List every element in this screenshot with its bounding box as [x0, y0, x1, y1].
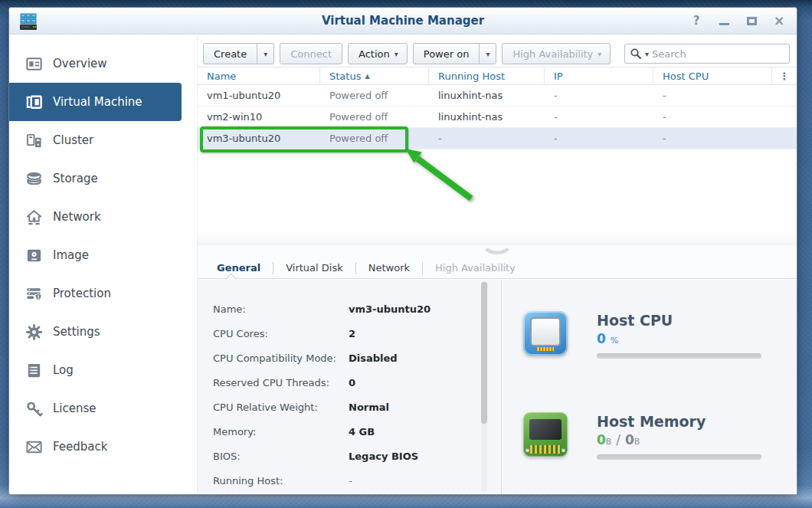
sidebar-item-network[interactable]: Network: [9, 198, 197, 236]
tab-virtual-disk[interactable]: Virtual Disk: [273, 262, 355, 274]
field-name: Name:vm3-ubuntu20: [198, 297, 501, 321]
detail-tabbar: General Virtual Disk Network High Availa…: [198, 257, 797, 279]
table-header-row: Name Status▲ Running Host IP Host CPU ⋮: [198, 67, 797, 85]
sidebar-item-storage[interactable]: Storage: [9, 159, 197, 198]
sidebar-item-protection[interactable]: Protection: [9, 274, 197, 313]
column-header-running-host[interactable]: Running Host: [429, 67, 545, 84]
column-header-name[interactable]: Name: [198, 67, 320, 84]
search-input[interactable]: [652, 48, 784, 60]
cell-name: vm2-win10: [198, 107, 320, 127]
tab-high-availability: High Availability: [423, 262, 528, 274]
cell-ip: -: [545, 107, 653, 127]
field-memory: Memory:4 GB: [198, 419, 501, 444]
host-cpu-value: 0: [597, 331, 606, 346]
host-memory-title: Host Memory: [597, 413, 706, 430]
sidebar-item-image[interactable]: Image: [9, 236, 197, 274]
sidebar-item-label: Virtual Machine: [53, 95, 142, 109]
chevron-down-icon: ▾: [593, 50, 610, 58]
cell-name: vm3-ubuntu20: [198, 128, 320, 149]
host-cpu-icon: [523, 311, 568, 356]
high-availability-button: High Availability ▾: [502, 43, 611, 64]
cell-host-cpu: -: [653, 85, 772, 106]
collapse-panel-handle[interactable]: [485, 247, 509, 257]
protection-icon: [25, 285, 43, 303]
host-memory-block: Host Memory 0B / 0B: [597, 413, 706, 447]
window-title: Virtual Machine Manager: [9, 14, 797, 28]
help-button[interactable]: ?: [689, 14, 703, 28]
column-header-host-cpu[interactable]: Host CPU: [653, 67, 772, 84]
table-row-vm2[interactable]: vm2-win10 Powered off linuxhint-nas - -: [198, 107, 797, 128]
create-button[interactable]: Create: [204, 48, 257, 60]
search-options-caret[interactable]: ▾: [645, 50, 649, 58]
image-icon: [25, 247, 43, 264]
storage-icon: [25, 170, 43, 188]
license-icon: [25, 400, 43, 418]
sidebar-item-feedback[interactable]: Feedback: [9, 428, 197, 466]
sidebar-item-virtual-machine[interactable]: Virtual Machine: [9, 83, 182, 121]
host-memory-progress-bar: [597, 454, 761, 460]
host-cpu-title: Host CPU: [597, 312, 673, 329]
log-icon: [25, 362, 43, 379]
power-on-button[interactable]: Power on: [414, 48, 480, 60]
cell-status: Powered off: [320, 128, 429, 149]
annotation-arrow-icon: [403, 147, 480, 207]
sidebar-item-log[interactable]: Log: [9, 351, 197, 389]
host-stats-pane: Host CPU 0 % Host Memory 0B /: [503, 280, 797, 494]
host-memory-used: 0: [597, 432, 606, 447]
cell-running-host: linuxhint-nas: [429, 85, 545, 106]
close-button[interactable]: ×: [772, 14, 786, 28]
settings-icon: [25, 323, 43, 341]
fields-scrollbar-thumb[interactable]: [481, 282, 487, 424]
create-split-button: Create ▾: [203, 43, 274, 64]
search-icon: [630, 48, 642, 60]
field-running-host: Running Host:-: [198, 468, 501, 493]
sidebar-item-settings[interactable]: Settings: [9, 313, 197, 351]
table-row-vm1[interactable]: vm1-ubuntu20 Powered off linuxhint-nas -…: [198, 85, 797, 107]
sidebar-item-label: Settings: [53, 325, 100, 339]
sidebar-item-label: Cluster: [53, 133, 93, 147]
network-icon: [25, 208, 43, 226]
detail-panel: General Virtual Disk Network High Availa…: [198, 244, 797, 494]
cluster-icon: [25, 132, 43, 149]
minimize-icon: [719, 23, 729, 25]
maximize-button[interactable]: [745, 14, 758, 28]
minimize-button[interactable]: [717, 14, 731, 28]
create-dropdown-button[interactable]: ▾: [257, 44, 273, 64]
column-header-ip[interactable]: IP: [545, 67, 653, 84]
power-on-dropdown-button[interactable]: ▾: [479, 44, 496, 64]
table-row-vm3[interactable]: vm3-ubuntu20 Powered off - - -: [198, 128, 797, 149]
cell-host-cpu: -: [653, 128, 772, 149]
vm-table: Name Status▲ Running Host IP Host CPU ⋮ …: [198, 67, 797, 149]
search-box: ▾: [624, 44, 790, 64]
sort-asc-icon: ▲: [365, 73, 369, 80]
cell-running-host: -: [429, 128, 545, 149]
cell-running-host: linuxhint-nas: [429, 107, 545, 127]
cell-name: vm1-ubuntu20: [198, 85, 320, 106]
cell-ip: -: [545, 85, 653, 106]
chevron-down-icon: ▾: [486, 50, 489, 58]
sidebar-item-label: Feedback: [53, 440, 107, 454]
sidebar-item-license[interactable]: License: [9, 389, 197, 428]
more-vertical-icon: ⋮: [780, 70, 790, 82]
sidebar-item-label: Network: [53, 210, 101, 224]
field-bios: BIOS:Legacy BIOS: [198, 444, 501, 468]
virtual-machine-icon: [25, 93, 43, 111]
action-button[interactable]: Action ▾: [348, 43, 408, 64]
column-header-status[interactable]: Status▲: [320, 67, 429, 84]
feedback-icon: [25, 438, 43, 456]
general-fields-pane: Name:vm3-ubuntu20 CPU Cores:2 CPU Compat…: [198, 280, 502, 494]
sidebar-item-label: Log: [53, 363, 74, 377]
host-cpu-progress-bar: [597, 353, 761, 359]
sidebar-item-cluster[interactable]: Cluster: [9, 121, 197, 159]
sidebar-item-label: Image: [53, 248, 89, 262]
host-memory-icon: [523, 412, 568, 457]
sidebar-item-overview[interactable]: Overview: [9, 44, 197, 83]
tab-network[interactable]: Network: [356, 262, 422, 274]
sidebar: Overview Virtual Machine Cluster: [9, 35, 198, 494]
chevron-down-icon: ▾: [264, 50, 267, 58]
sidebar-item-label: License: [53, 401, 97, 415]
host-memory-total: 0: [625, 432, 634, 447]
column-options-button[interactable]: ⋮: [772, 67, 797, 84]
tab-general[interactable]: General: [205, 262, 273, 274]
power-on-split-button: Power on ▾: [413, 43, 497, 64]
